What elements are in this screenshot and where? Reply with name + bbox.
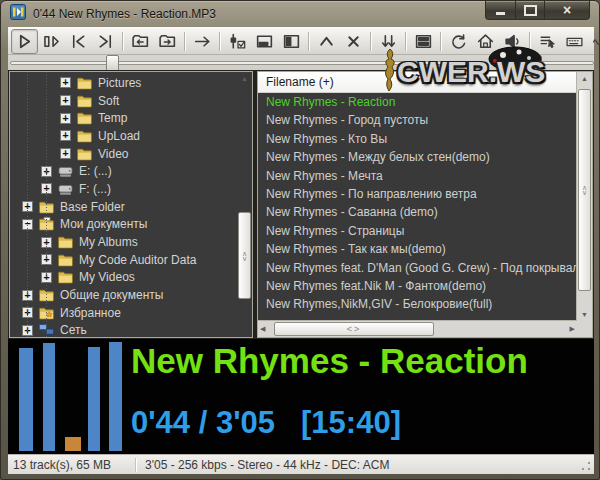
1by1-app-icon	[10, 4, 26, 24]
minimize-button[interactable]	[485, 1, 516, 20]
list-scrollbar-horizontal[interactable]: ◀ <> ▶	[258, 320, 577, 337]
filename-column-header[interactable]: Filename (+)	[258, 72, 577, 93]
level-bar	[65, 437, 81, 451]
refresh-icon	[449, 32, 468, 51]
tree-item-label: Video	[98, 147, 128, 161]
list-hscroll-thumb[interactable]: <>	[274, 322, 434, 336]
maximize-button[interactable]	[516, 1, 544, 20]
list-scroll-thumb[interactable]: ∧∨	[578, 89, 591, 291]
rescan-button[interactable]	[445, 29, 472, 54]
toolbar-separator	[122, 32, 124, 51]
now-playing-title: New Rhymes - Reaction	[131, 341, 528, 381]
level-bar	[88, 347, 100, 451]
pause-icon	[42, 32, 61, 51]
previous-icon	[69, 32, 88, 51]
playlist-button[interactable]	[534, 29, 561, 54]
advance-button[interactable]	[189, 29, 216, 54]
toolbar-separator	[440, 32, 442, 51]
next-track-button[interactable]	[92, 29, 119, 54]
tree-item-pictures[interactable]: +Pictures	[10, 74, 237, 92]
file-row[interactable]: New Rhymes,NikM,GIV - Белокровие(full)	[258, 295, 577, 313]
status-bar: 13 track(s), 65 MB 3'05 - 256 kbps - Ste…	[8, 454, 594, 474]
mute-button[interactable]	[499, 29, 526, 54]
tree-item-избранное[interactable]: +Избранное	[10, 304, 237, 322]
seek-track[interactable]	[10, 61, 480, 65]
hotkeys-button[interactable]	[561, 29, 588, 54]
close-button[interactable]: ×	[544, 1, 590, 20]
speaker-icon	[503, 32, 522, 51]
tree-item-label: Сеть	[60, 323, 87, 337]
previous-track-button[interactable]	[65, 29, 92, 54]
level-bar	[19, 348, 33, 451]
pause-button[interactable]	[38, 29, 65, 54]
tree-item-my-videos[interactable]: +My Videos	[10, 269, 237, 287]
play-button[interactable]	[11, 29, 38, 54]
mixer-button[interactable]	[224, 29, 251, 54]
tree-item-base-folder[interactable]: +Base Folder	[10, 198, 237, 216]
expand-icon[interactable]: +	[60, 148, 71, 159]
file-row[interactable]: New Rhymes feat.Nik M - Фантом(demo)	[258, 277, 577, 295]
tree-item-video[interactable]: +Video	[10, 145, 237, 163]
grip-icon: ∨	[242, 256, 247, 261]
window-bottom-icon	[255, 32, 274, 51]
file-row[interactable]: New Rhymes - Кто Вы	[258, 130, 577, 148]
scroll-left-icon[interactable]: ◀	[260, 325, 265, 333]
sort-button[interactable]	[375, 29, 402, 54]
tree-item-label: My Code Auditor Data	[79, 253, 196, 267]
folder-tree-panel: +Pictures+Soft+Temp+UpLoad+Video+E: (...…	[9, 71, 253, 338]
tree-item-e-[interactable]: +E: (...)	[10, 162, 237, 180]
file-row[interactable]: New Rhymes - Город пустоты	[258, 111, 577, 129]
file-row[interactable]: New Rhymes feat. D'Man (Good G. Crew) - …	[258, 259, 577, 277]
tree-item-мои-документы[interactable]: −Мои документы	[10, 216, 237, 234]
tree-item-upload[interactable]: +UpLoad	[10, 127, 237, 145]
now-playing-display: New Rhymes - Reaction 0'44 / 3'05[15:40]	[8, 339, 594, 454]
expand-icon[interactable]: +	[60, 95, 71, 106]
file-row[interactable]: New Rhymes - Саванна (demo)	[258, 203, 577, 221]
tree-item-temp[interactable]: +Temp	[10, 109, 237, 127]
tree-item-f-[interactable]: +F: (...)	[10, 180, 237, 198]
expand-icon[interactable]: +	[60, 130, 71, 141]
title-bar[interactable]: 0'44 New Rhymes - Reaction.MP3 ×	[1, 1, 599, 27]
app-window: 0'44 New Rhymes - Reaction.MP3 × +Pictur…	[0, 0, 600, 480]
tree-item-my-albums[interactable]: +My Albums	[10, 233, 237, 251]
file-row[interactable]: New Rhymes - Страницы	[258, 222, 577, 240]
tree-guide-line	[46, 72, 47, 337]
status-track-count: 13 track(s), 65 MB	[8, 458, 135, 472]
remove-button[interactable]	[340, 29, 367, 54]
expand-icon[interactable]: +	[60, 77, 71, 88]
scroll-right-icon[interactable]: ▶	[570, 325, 575, 333]
tree-item-label: My Albums	[79, 235, 138, 249]
tree-item-my-code-auditor-data[interactable]: +My Code Auditor Data	[10, 251, 237, 269]
tree-item-label: Мои документы	[60, 217, 147, 231]
scroll-down-icon[interactable]: ▼	[577, 311, 592, 318]
minimize-to-tray-button[interactable]	[251, 29, 278, 54]
toggle-tree-button[interactable]	[278, 29, 305, 54]
tree-item-общие-документы[interactable]: +Общие документы	[10, 286, 237, 304]
tree-scroll-thumb[interactable]: ∧∨	[238, 212, 251, 299]
scroll-up-icon[interactable]: ▲	[577, 75, 592, 82]
panels-area: +Pictures+Soft+Temp+UpLoad+Video+E: (...…	[8, 70, 594, 339]
file-row[interactable]: New Rhymes - Мечта	[258, 167, 577, 185]
resize-grip[interactable]	[581, 461, 591, 471]
folder-forward-icon	[158, 32, 177, 51]
file-list: New Rhymes - ReactionNew Rhymes - Город …	[258, 93, 577, 321]
dir-up-button[interactable]	[313, 29, 340, 54]
toolbar-separator	[370, 32, 372, 51]
tree-item-сеть[interactable]: +Сеть	[10, 322, 237, 337]
window-controls: ×	[485, 1, 590, 20]
split-view-button[interactable]	[410, 29, 437, 54]
toolbar-separator	[308, 32, 310, 51]
folder-back-button[interactable]	[127, 29, 154, 54]
home-button[interactable]	[472, 29, 499, 54]
file-row[interactable]: New Rhymes - По направлению ветра	[258, 185, 577, 203]
list-scrollbar-vertical[interactable]: ▲ ∧∨ ▼	[576, 72, 592, 321]
folder-forward-button[interactable]	[154, 29, 181, 54]
toolbar-separator	[405, 32, 407, 51]
expand-icon[interactable]: +	[60, 113, 71, 124]
file-row-playing[interactable]: New Rhymes - Reaction	[258, 93, 577, 111]
file-row[interactable]: New Rhymes - Так как мы(demo)	[258, 240, 577, 258]
tree-item-soft[interactable]: +Soft	[10, 92, 237, 110]
file-info-button[interactable]	[588, 29, 600, 54]
file-row[interactable]: New Rhymes - Между белых стен(demo)	[258, 148, 577, 166]
scroll-up-icon[interactable]: ▲	[237, 75, 252, 82]
